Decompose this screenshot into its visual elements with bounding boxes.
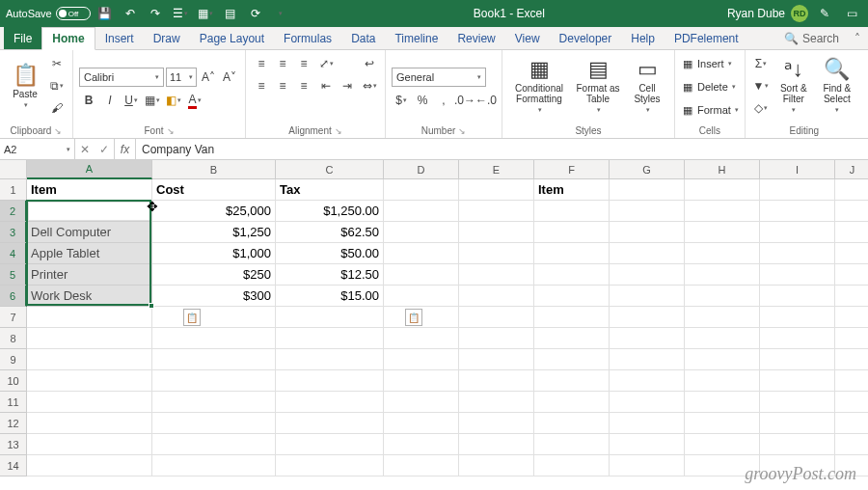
cell-D13[interactable] xyxy=(384,434,459,455)
cell-I6[interactable] xyxy=(760,286,835,307)
decrease-decimal-icon[interactable]: ←.0 xyxy=(476,91,496,110)
row-header-13[interactable]: 13 xyxy=(0,434,27,455)
tab-file[interactable]: File xyxy=(4,27,41,49)
cell-A14[interactable] xyxy=(27,455,152,476)
increase-indent-icon[interactable]: ⇥ xyxy=(338,76,357,95)
name-box[interactable]: A2▾ xyxy=(0,139,75,159)
cell-I7[interactable] xyxy=(760,307,835,328)
find-select-button[interactable]: 🔍Find & Select▾ xyxy=(817,54,857,118)
save-icon[interactable]: 💾 xyxy=(95,3,116,24)
cell-J2[interactable] xyxy=(835,201,868,222)
cell-E11[interactable] xyxy=(459,392,534,413)
col-header-D[interactable]: D xyxy=(384,160,459,179)
cell-H13[interactable] xyxy=(685,434,760,455)
tab-help[interactable]: Help xyxy=(621,27,665,49)
qat-refresh-icon[interactable]: ⟳ xyxy=(245,3,266,24)
font-size-select[interactable]: 11▾ xyxy=(166,68,197,87)
cell-B14[interactable] xyxy=(152,455,276,476)
copy-icon[interactable]: ⧉▾ xyxy=(47,76,67,95)
cell-C13[interactable] xyxy=(276,434,384,455)
decrease-indent-icon[interactable]: ⇤ xyxy=(316,76,336,95)
number-dialog-icon[interactable]: ↘ xyxy=(458,126,466,136)
cell-H6[interactable] xyxy=(685,286,760,307)
cell-E3[interactable] xyxy=(459,222,534,243)
cell-G8[interactable] xyxy=(610,328,685,349)
cell-F13[interactable] xyxy=(534,434,610,455)
cell-I1[interactable] xyxy=(760,179,835,201)
cell-G14[interactable] xyxy=(610,455,685,476)
cell-J9[interactable] xyxy=(835,349,868,370)
paste-options-a7[interactable]: 📋 xyxy=(183,309,201,326)
cell-F4[interactable] xyxy=(534,243,610,264)
fill-color-icon[interactable]: ◧▾ xyxy=(164,91,183,110)
cell-D8[interactable] xyxy=(384,328,459,349)
tab-pdfelement[interactable]: PDFelement xyxy=(665,27,748,49)
cell-H7[interactable] xyxy=(685,307,760,328)
search-box[interactable]: 🔍 Search xyxy=(776,27,847,49)
cell-I3[interactable] xyxy=(760,222,835,243)
cell-C12[interactable] xyxy=(276,413,384,434)
autosave-toggle[interactable]: Off xyxy=(56,7,91,20)
cell-I2[interactable] xyxy=(760,201,835,222)
tab-home[interactable]: Home xyxy=(41,27,95,50)
cell-B6[interactable]: $300 xyxy=(152,286,276,307)
number-format-select[interactable]: General▾ xyxy=(392,68,486,87)
cell-C11[interactable] xyxy=(276,392,384,413)
format-as-table-button[interactable]: ▤Format as Table▾ xyxy=(573,54,623,118)
cell-D3[interactable] xyxy=(384,222,459,243)
decrease-font-icon[interactable]: A˅ xyxy=(220,68,239,87)
cell-E7[interactable] xyxy=(459,307,534,328)
tab-view[interactable]: View xyxy=(505,27,550,49)
cell-C6[interactable]: $15.00 xyxy=(276,286,384,307)
cell-D5[interactable] xyxy=(384,264,459,286)
spreadsheet-grid[interactable]: ABCDEFGHIJ 1234567891011121314 ItemCostT… xyxy=(0,160,868,490)
cell-H4[interactable] xyxy=(685,243,760,264)
cell-A1[interactable]: Item xyxy=(27,179,152,201)
cell-I10[interactable] xyxy=(760,370,835,392)
cell-B12[interactable] xyxy=(152,413,276,434)
cell-F10[interactable] xyxy=(534,370,610,392)
cell-E8[interactable] xyxy=(459,328,534,349)
comma-format-icon[interactable]: , xyxy=(434,91,453,110)
row-header-4[interactable]: 4 xyxy=(0,243,27,264)
clear-icon[interactable]: ◇▾ xyxy=(751,98,771,118)
bold-button[interactable]: B xyxy=(79,91,98,110)
qat-custom-icon[interactable]: ▦▾ xyxy=(195,3,216,24)
clipboard-dialog-icon[interactable]: ↘ xyxy=(54,126,62,136)
col-header-J[interactable]: J xyxy=(835,160,868,179)
user-avatar[interactable]: RD xyxy=(791,5,808,22)
cell-J4[interactable] xyxy=(835,243,868,264)
cell-I8[interactable] xyxy=(760,328,835,349)
cell-C9[interactable] xyxy=(276,349,384,370)
row-header-7[interactable]: 7 xyxy=(0,307,27,328)
cell-F8[interactable] xyxy=(534,328,610,349)
cell-F2[interactable] xyxy=(534,201,610,222)
cell-G6[interactable] xyxy=(610,286,685,307)
cell-G2[interactable] xyxy=(610,201,685,222)
cell-C10[interactable] xyxy=(276,370,384,392)
cell-A9[interactable] xyxy=(27,349,152,370)
increase-font-icon[interactable]: A˄ xyxy=(199,68,218,87)
cell-J1[interactable] xyxy=(835,179,868,201)
cut-icon[interactable]: ✂ xyxy=(47,54,67,73)
cell-I13[interactable] xyxy=(760,434,835,455)
col-header-E[interactable]: E xyxy=(459,160,534,179)
col-header-A[interactable]: A xyxy=(27,160,152,179)
row-header-3[interactable]: 3 xyxy=(0,222,27,243)
format-painter-icon[interactable]: 🖌 xyxy=(47,98,67,118)
cell-B2[interactable]: $25,000 xyxy=(152,201,276,222)
cell-B7[interactable] xyxy=(152,307,276,328)
cell-A10[interactable] xyxy=(27,370,152,392)
cell-C5[interactable]: $12.50 xyxy=(276,264,384,286)
fill-icon[interactable]: ▼▾ xyxy=(751,76,771,95)
font-color-icon[interactable]: A▾ xyxy=(185,91,204,110)
cell-G1[interactable] xyxy=(610,179,685,201)
tab-developer[interactable]: Developer xyxy=(550,27,622,49)
cell-D1[interactable] xyxy=(384,179,459,201)
cell-B4[interactable]: $1,000 xyxy=(152,243,276,264)
cell-E14[interactable] xyxy=(459,455,534,476)
cell-J13[interactable] xyxy=(835,434,868,455)
cell-A12[interactable] xyxy=(27,413,152,434)
italic-button[interactable]: I xyxy=(100,91,120,110)
cell-A6[interactable]: Work Desk xyxy=(27,286,152,307)
